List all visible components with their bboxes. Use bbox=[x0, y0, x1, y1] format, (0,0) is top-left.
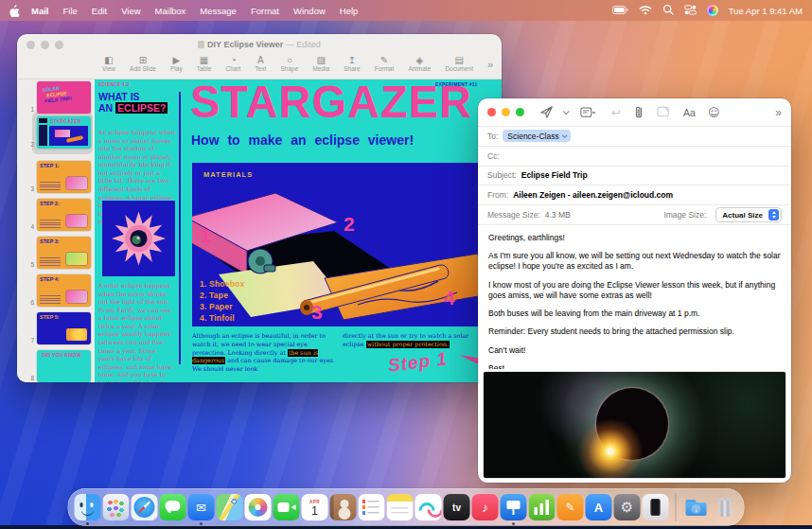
media-button[interactable]: ▨Media bbox=[312, 55, 329, 72]
to-field[interactable]: To: Science-Class bbox=[478, 127, 791, 147]
color-profile-icon[interactable] bbox=[707, 5, 718, 16]
menu-item-window[interactable]: Window bbox=[293, 6, 326, 16]
launchpad-icon bbox=[103, 494, 130, 520]
dock-downloads[interactable]: ↓ bbox=[683, 494, 710, 520]
send-options-chevron[interactable] bbox=[563, 108, 570, 115]
slide-thumbnail-row-1: 1 SOLAR ECLIPSE FIELD TRIP! bbox=[26, 81, 91, 114]
thumb-illustration bbox=[66, 291, 87, 303]
subject-field[interactable]: Subject: Eclipse Field Trip bbox=[478, 167, 791, 186]
dock-photos[interactable] bbox=[245, 494, 272, 520]
dock-keynote[interactable] bbox=[501, 494, 527, 520]
dock-notes[interactable] bbox=[387, 494, 414, 520]
attach-button[interactable] bbox=[634, 105, 644, 119]
dock-messages[interactable] bbox=[160, 494, 186, 520]
slide-thumbnail-3[interactable]: STEP 1: bbox=[37, 161, 91, 193]
eclipse-highlight: ECLIPSE? bbox=[115, 102, 168, 114]
message-body[interactable]: Greetings, earthlings! As I'm sure you a… bbox=[478, 225, 791, 369]
wifi-icon[interactable] bbox=[639, 5, 652, 17]
slide-number: 4 bbox=[26, 223, 34, 231]
dock-finder[interactable] bbox=[75, 494, 101, 520]
recipient-chevron-icon bbox=[562, 132, 568, 138]
menu-item-format[interactable]: Format bbox=[251, 6, 279, 16]
share-button[interactable]: ↥Share bbox=[344, 55, 360, 72]
dock-facetime[interactable] bbox=[274, 494, 300, 520]
slide-canvas[interactable]: SCIENCE 4.2 EXPERIMENT #11 WHAT IS AN EC… bbox=[95, 79, 502, 382]
view-button[interactable]: ◧View bbox=[102, 55, 115, 72]
text-button[interactable]: AText bbox=[255, 55, 266, 72]
close-button[interactable] bbox=[487, 108, 496, 116]
apple-menu[interactable] bbox=[9, 5, 20, 17]
animate-button[interactable]: ◈Animate bbox=[408, 55, 431, 72]
control-center-icon[interactable] bbox=[684, 5, 697, 17]
menu-item-mailbox[interactable]: Mailbox bbox=[155, 6, 186, 16]
dock-pages[interactable]: ✎ bbox=[557, 494, 584, 520]
slide-thumbnail-8[interactable]: DID YOU KNOW bbox=[37, 350, 91, 382]
format-text-button[interactable]: Aa bbox=[683, 107, 696, 118]
dock-maps[interactable] bbox=[217, 494, 243, 520]
from-field[interactable]: From: Aileen Zeigen - aileen.zeigen@iclo… bbox=[478, 185, 791, 205]
play-button[interactable]: ▶Play bbox=[170, 55, 183, 72]
header-fields-icon bbox=[580, 107, 595, 118]
slide-thumbnail-6[interactable]: STEP 4: bbox=[37, 274, 91, 307]
dock-tv[interactable]: tv bbox=[444, 494, 470, 520]
search-icon[interactable] bbox=[662, 4, 674, 17]
mail-toolbar-overflow-button[interactable]: » bbox=[775, 106, 782, 119]
battery-icon[interactable] bbox=[612, 6, 628, 16]
dock-calendar[interactable]: APR1 bbox=[302, 494, 328, 520]
menu-item-file[interactable]: File bbox=[62, 6, 77, 16]
svg-text:2: 2 bbox=[344, 213, 355, 235]
thumb-materials-box bbox=[49, 126, 88, 146]
menu-item-edit[interactable]: Edit bbox=[92, 6, 107, 16]
emoji-button[interactable]: ☺ bbox=[708, 106, 720, 119]
dock-safari[interactable] bbox=[132, 494, 158, 520]
table-button[interactable]: ▦Table bbox=[197, 55, 212, 72]
dock-freeform[interactable] bbox=[415, 494, 442, 520]
body-paragraph: Can't wait! bbox=[488, 345, 781, 356]
dock-reminders[interactable] bbox=[359, 494, 385, 520]
menu-bar-clock[interactable]: Tue Apr 1 9:41 AM bbox=[729, 6, 803, 16]
undo-button[interactable]: ↩ bbox=[611, 106, 621, 119]
dock-iphone-mirroring[interactable] bbox=[643, 494, 669, 520]
document-icon: ▤ bbox=[454, 55, 463, 65]
insert-photo-button[interactable] bbox=[657, 106, 670, 118]
slide-thumbnail-2-selected[interactable]: STARGAZER bbox=[37, 116, 91, 149]
slide-thumbnail-5[interactable]: STEP 3: bbox=[37, 237, 91, 269]
menu-item-mail[interactable]: Mail bbox=[31, 6, 48, 16]
recipient-token[interactable]: Science-Class bbox=[503, 130, 570, 142]
cc-field[interactable]: Cc: bbox=[478, 147, 791, 167]
dock-mail[interactable]: ✉ bbox=[188, 494, 215, 520]
minimize-button[interactable] bbox=[502, 108, 510, 116]
numbers-icon bbox=[529, 494, 556, 520]
image-size-select[interactable]: Actual Size bbox=[715, 207, 782, 222]
chart-button[interactable]: ◔Chart bbox=[225, 55, 240, 72]
slide-thumbnail-7[interactable]: STEP 5: bbox=[37, 312, 91, 344]
photos-icon bbox=[245, 494, 272, 520]
dock-trash[interactable] bbox=[712, 494, 738, 520]
text-icon: A bbox=[257, 55, 264, 65]
format-button[interactable]: ✎Format bbox=[375, 55, 395, 72]
keynote-title-bar: DIY Eclipse Viewer — Edited bbox=[17, 34, 502, 55]
animate-icon: ◈ bbox=[415, 55, 423, 65]
materials-heading: MATERIALS bbox=[203, 170, 253, 179]
thumb-text-lines bbox=[40, 182, 61, 190]
dock-launchpad[interactable] bbox=[103, 494, 130, 520]
dock-numbers[interactable] bbox=[529, 494, 556, 520]
shape-button[interactable]: ○Shape bbox=[281, 55, 299, 72]
toolbar-overflow-button[interactable]: » bbox=[487, 59, 493, 70]
dock-settings[interactable]: ⚙ bbox=[614, 494, 641, 520]
menu-item-message[interactable]: Message bbox=[200, 6, 237, 16]
send-button[interactable] bbox=[539, 105, 554, 119]
slide-thumbnail-1[interactable]: SOLAR ECLIPSE FIELD TRIP! bbox=[37, 81, 91, 114]
zoom-button[interactable] bbox=[516, 108, 524, 116]
running-indicator bbox=[512, 522, 515, 525]
dock-music[interactable]: ♪ bbox=[472, 494, 499, 520]
header-fields-button[interactable] bbox=[580, 107, 595, 118]
dock-contacts[interactable] bbox=[330, 494, 357, 520]
add-slide-button[interactable]: ⊞Add Slide bbox=[130, 55, 156, 72]
menu-item-help[interactable]: Help bbox=[340, 6, 359, 16]
document-button[interactable]: ▤Document bbox=[445, 55, 473, 72]
dock-appstore[interactable]: A bbox=[586, 494, 612, 520]
body-paragraph: I know most of you are doing the Eclipse… bbox=[488, 280, 781, 301]
slide-thumbnail-4[interactable]: STEP 2: bbox=[37, 199, 91, 231]
menu-item-view[interactable]: View bbox=[121, 6, 140, 16]
